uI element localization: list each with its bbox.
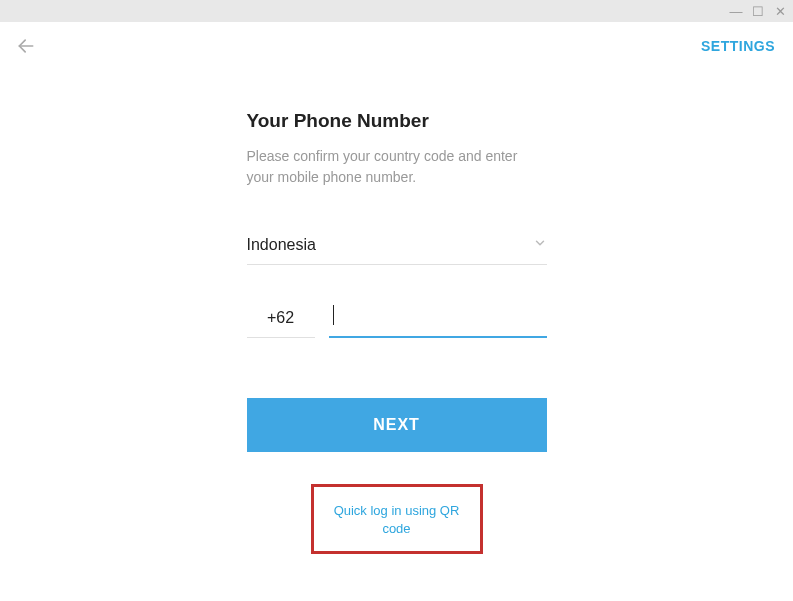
country-name: Indonesia [247,236,316,254]
text-cursor [333,305,334,325]
phone-input-row [247,303,547,338]
login-form: Your Phone Number Please confirm your co… [247,110,547,554]
window-titlebar: — ☐ ✕ [0,0,793,22]
page-title: Your Phone Number [247,110,547,132]
close-button[interactable]: ✕ [773,5,787,18]
qr-login-highlight: Quick log in using QR code [311,484,483,554]
page-subtitle: Please confirm your country code and ent… [247,146,547,188]
country-code-input[interactable] [247,303,315,338]
country-select[interactable]: Indonesia [247,236,547,265]
chevron-down-icon [533,236,547,254]
settings-link[interactable]: SETTINGS [701,38,775,54]
maximize-button[interactable]: ☐ [751,5,765,18]
qr-login-link[interactable]: Quick log in using QR code [334,503,460,536]
minimize-button[interactable]: — [729,5,743,18]
app-header: SETTINGS [0,22,793,70]
phone-number-input[interactable] [329,303,547,336]
back-button[interactable] [14,34,38,58]
arrow-left-icon [16,36,36,56]
phone-input-wrap [329,303,547,338]
next-button[interactable]: NEXT [247,398,547,452]
